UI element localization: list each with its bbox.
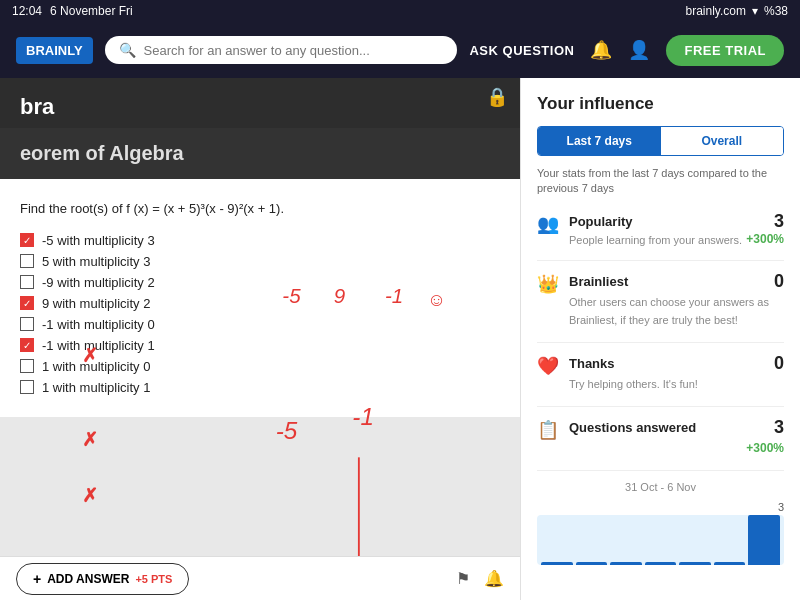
option-label-7: 1 with multiplicity 1 <box>42 380 150 395</box>
divider-4 <box>537 470 784 471</box>
checkbox-0[interactable]: ✓ <box>20 233 34 247</box>
notification-icon[interactable]: 🔔 <box>590 39 612 61</box>
divider-1 <box>537 260 784 261</box>
chart-area <box>537 515 784 565</box>
status-right: brainly.com ▾ %38 <box>686 4 789 18</box>
bottom-icons: ⚑ 🔔 <box>456 569 504 588</box>
stat-row-popularity: 👥 Popularity 3 People learning from your… <box>537 211 784 246</box>
user-avatar-icon[interactable]: 👤 <box>628 39 650 61</box>
brainliest-value: 0 <box>774 271 784 292</box>
brainliest-sublabel: Other users can choose your answers as B… <box>569 296 769 326</box>
tab-group: Last 7 days Overall <box>537 126 784 156</box>
bar-5 <box>679 562 711 565</box>
add-answer-label: ADD ANSWER <box>47 572 129 586</box>
popularity-sublabel: People learning from your answers. <box>569 234 742 246</box>
popularity-icon: 👥 <box>537 213 559 235</box>
thanks-label: Thanks <box>569 356 615 371</box>
popularity-change: +300% <box>746 232 784 246</box>
bell-icon[interactable]: 🔔 <box>484 569 504 588</box>
questions-change: +300% <box>746 441 784 455</box>
free-trial-button[interactable]: FREE TRIAL <box>666 35 784 66</box>
option-item-2[interactable]: -9 with multiplicity 2 <box>20 275 500 290</box>
svg-text:✗: ✗ <box>82 485 98 506</box>
tab-overall[interactable]: Overall <box>661 127 784 155</box>
left-panel: bra 🔒 eorem of Algebra Find the root(s) … <box>0 78 520 600</box>
stat-row-questions: 📋 Questions answered 3 +300% <box>537 417 784 456</box>
option-label-2: -9 with multiplicity 2 <box>42 275 155 290</box>
section-header: bra 🔒 <box>0 78 520 128</box>
popularity-content: Popularity 3 People learning from your a… <box>569 211 784 246</box>
add-answer-button[interactable]: + ADD ANSWER +5 PTS <box>16 563 189 595</box>
question-text: Find the root(s) of f (x) = (x + 5)³(x -… <box>20 199 500 219</box>
status-time: 12:04 <box>12 4 42 18</box>
bar-7 <box>748 515 780 565</box>
brainliest-label: Brainliest <box>569 274 628 289</box>
checkbox-7[interactable] <box>20 380 34 394</box>
questions-icon: 📋 <box>537 419 559 441</box>
svg-text:-5: -5 <box>276 417 298 444</box>
search-icon: 🔍 <box>119 42 136 58</box>
option-item-3[interactable]: ✓9 with multiplicity 2 <box>20 296 500 311</box>
option-item-4[interactable]: -1 with multiplicity 0 <box>20 317 500 332</box>
section-header-text: bra <box>20 94 54 119</box>
bar-3 <box>610 562 642 565</box>
tab-last-7-days[interactable]: Last 7 days <box>538 127 661 155</box>
thanks-icon: ❤️ <box>537 355 559 377</box>
checkbox-6[interactable] <box>20 359 34 373</box>
ask-question-link[interactable]: ASK QUESTION <box>469 43 574 58</box>
thanks-content: Thanks 0 Try helping others. It's fun! <box>569 353 784 392</box>
stat-row-thanks: ❤️ Thanks 0 Try helping others. It's fun… <box>537 353 784 392</box>
checkbox-5[interactable]: ✓ <box>20 338 34 352</box>
option-item-7[interactable]: 1 with multiplicity 1 <box>20 380 500 395</box>
option-item-0[interactable]: ✓-5 with multiplicity 3 <box>20 233 500 248</box>
pts-badge: +5 PTS <box>135 573 172 585</box>
option-item-1[interactable]: 5 with multiplicity 3 <box>20 254 500 269</box>
svg-text:✗: ✗ <box>82 429 98 450</box>
checkbox-1[interactable] <box>20 254 34 268</box>
option-item-6[interactable]: 1 with multiplicity 0 <box>20 359 500 374</box>
stat-row-brainliest: 👑 Brainliest 0 Other users can choose yo… <box>537 271 784 328</box>
nav-right: ASK QUESTION 🔔 👤 FREE TRIAL <box>469 35 784 66</box>
wifi-icon: ▾ <box>752 4 758 18</box>
checkbox-3[interactable]: ✓ <box>20 296 34 310</box>
bottom-bar: + ADD ANSWER +5 PTS ⚑ 🔔 <box>0 556 520 600</box>
battery-indicator: %38 <box>764 4 788 18</box>
divider-2 <box>537 342 784 343</box>
bar-2 <box>576 562 608 565</box>
option-item-5[interactable]: ✓-1 with multiplicity 1 <box>20 338 500 353</box>
search-input[interactable] <box>144 43 444 58</box>
status-date: 6 November Fri <box>50 4 133 18</box>
bar-6 <box>714 562 746 565</box>
right-panel: Your influence Last 7 days Overall Your … <box>520 78 800 600</box>
thanks-value: 0 <box>774 353 784 374</box>
brainliest-content: Brainliest 0 Other users can choose your… <box>569 271 784 328</box>
questions-label: Questions answered <box>569 420 696 435</box>
theorem-title: eorem of Algebra <box>0 128 520 179</box>
bar-4 <box>645 562 677 565</box>
thanks-sublabel: Try helping others. It's fun! <box>569 378 698 390</box>
brainliest-icon: 👑 <box>537 273 559 295</box>
status-left: 12:04 6 November Fri <box>12 4 133 18</box>
checkbox-2[interactable] <box>20 275 34 289</box>
stats-description: Your stats from the last 7 days compared… <box>537 166 784 197</box>
date-range: 31 Oct - 6 Nov <box>537 481 784 493</box>
option-label-5: -1 with multiplicity 1 <box>42 338 155 353</box>
options-list: ✓-5 with multiplicity 35 with multiplici… <box>20 233 500 395</box>
popularity-value: 3 <box>774 211 784 232</box>
navbar: BRAINLY 🔍 ASK QUESTION 🔔 👤 FREE TRIAL <box>0 22 800 78</box>
status-url: brainly.com <box>686 4 746 18</box>
option-label-1: 5 with multiplicity 3 <box>42 254 150 269</box>
status-bar: 12:04 6 November Fri brainly.com ▾ %38 <box>0 0 800 22</box>
option-label-0: -5 with multiplicity 3 <box>42 233 155 248</box>
lock-icon: 🔒 <box>486 86 508 108</box>
checkbox-4[interactable] <box>20 317 34 331</box>
influence-title: Your influence <box>537 94 784 114</box>
flag-icon[interactable]: ⚑ <box>456 569 470 588</box>
search-bar-container[interactable]: 🔍 <box>105 36 458 64</box>
bar-1 <box>541 562 573 565</box>
brainly-logo[interactable]: BRAINLY <box>16 37 93 64</box>
questions-value: 3 <box>774 417 784 438</box>
popularity-label: Popularity <box>569 214 633 229</box>
option-label-3: 9 with multiplicity 2 <box>42 296 150 311</box>
divider-3 <box>537 406 784 407</box>
